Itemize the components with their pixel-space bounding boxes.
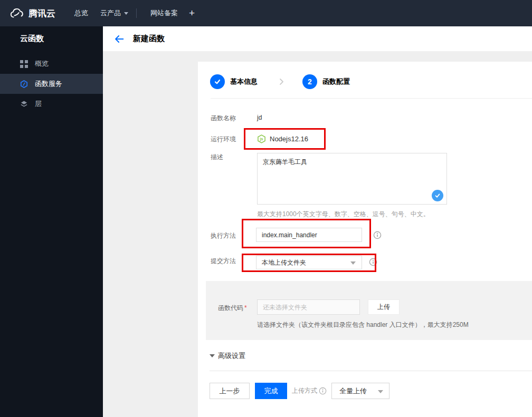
- step-2-label: 函数配置: [322, 77, 350, 86]
- check-icon: [214, 78, 221, 85]
- arrow-left-icon: [113, 33, 125, 45]
- runtime-label: 运行环境: [211, 135, 236, 144]
- add-shortcut-button[interactable]: +: [189, 0, 195, 26]
- sidebar-menu: 概览 函数服务 层: [0, 54, 103, 114]
- submit-method-label: 提交方法: [211, 257, 236, 266]
- topbar: 腾讯云 总览 云产品 网站备案 +: [0, 0, 532, 26]
- nav-separator: [136, 8, 137, 18]
- check-icon: [434, 192, 441, 199]
- nodejs-icon: js: [257, 134, 266, 143]
- upload-mode-value: 全量上传: [339, 386, 367, 396]
- finish-button[interactable]: 完成: [255, 383, 287, 399]
- chevron-down-icon: [350, 261, 356, 265]
- grid-icon: [20, 60, 28, 68]
- chevron-down-icon: [124, 12, 128, 15]
- sidebar-item-label: 概览: [35, 59, 49, 69]
- nav-products-label: 云产品: [100, 9, 121, 17]
- page-title: 新建函数: [133, 34, 165, 44]
- sidebar-item-layers[interactable]: 层: [0, 94, 103, 114]
- submit-method-select[interactable]: 本地上传文件夹: [256, 256, 362, 269]
- sidebar-title: 云函数: [20, 34, 44, 44]
- create-function-card: 基本信息 2 函数配置 函数名称 jd 运行环境 js Nodejs12.16: [198, 62, 532, 417]
- description-label: 描述: [211, 153, 223, 162]
- function-code-hint: 请选择文件夹（该文件夹根目录应包含 handler 入口文件），最大支持250M: [257, 321, 469, 329]
- brand-home-link[interactable]: 腾讯云: [10, 0, 55, 26]
- function-hexagon-icon: [20, 80, 28, 88]
- nav-products[interactable]: 云产品: [100, 0, 128, 26]
- upload-button[interactable]: 上传: [368, 299, 400, 315]
- triangle-down-icon: [210, 354, 215, 357]
- description-hint: 最大支持1000个英文字母、数字、空格、逗号、句号、中文。: [257, 210, 430, 219]
- previous-step-button[interactable]: 上一步: [210, 383, 250, 399]
- info-icon[interactable]: [319, 387, 327, 395]
- info-icon[interactable]: [369, 258, 377, 266]
- handler-label: 执行方法: [211, 231, 236, 240]
- function-code-label: 函数代码*: [218, 304, 247, 313]
- step-1-done-circle: [210, 74, 225, 89]
- sidebar: 云函数 概览: [0, 26, 103, 417]
- folder-path-input[interactable]: [257, 299, 360, 315]
- tencent-cloud-console: 腾讯云 总览 云产品 网站备案 + 云函数 概览: [0, 0, 532, 417]
- step-1-label: 基本信息: [230, 77, 258, 86]
- description-textarea[interactable]: 京东薅羊毛工具: [257, 153, 447, 205]
- stepper: 基本信息 2 函数配置: [210, 74, 350, 89]
- nav-overview[interactable]: 总览: [74, 0, 88, 26]
- handler-input[interactable]: [256, 228, 362, 242]
- sidebar-item-function-service[interactable]: 函数服务: [0, 74, 103, 94]
- info-icon[interactable]: [373, 231, 382, 239]
- runtime-value: js Nodejs12.16: [257, 131, 308, 146]
- advanced-settings-toggle[interactable]: 高级设置: [210, 351, 245, 361]
- function-name-label: 函数名称: [211, 114, 236, 123]
- advanced-settings-label: 高级设置: [218, 351, 245, 361]
- stepper-divider: [211, 98, 532, 99]
- svg-text:js: js: [260, 137, 263, 141]
- footer-divider: [210, 371, 532, 371]
- sidebar-item-overview[interactable]: 概览: [0, 54, 103, 74]
- layers-icon: [20, 100, 28, 108]
- nav-icp-filing[interactable]: 网站备案: [150, 0, 178, 26]
- sidebar-item-label: 函数服务: [35, 79, 62, 89]
- back-button[interactable]: [113, 33, 125, 45]
- tencent-cloud-logo-icon: [10, 8, 24, 18]
- runtime-value-text: Nodejs12.16: [270, 135, 308, 143]
- chevron-down-icon: [378, 390, 383, 393]
- chevron-right-icon: [277, 77, 286, 86]
- submit-method-value: 本地上传文件夹: [262, 258, 306, 267]
- required-asterisk: *: [244, 304, 247, 312]
- step-2-circle: 2: [302, 74, 317, 89]
- brand-label: 腾讯云: [28, 7, 55, 20]
- function-name-value: jd: [257, 114, 262, 121]
- sidebar-item-label: 层: [35, 99, 42, 109]
- page-header: 新建函数: [103, 26, 532, 51]
- upload-mode-select[interactable]: 全量上传: [331, 383, 390, 399]
- valid-check-badge: [432, 190, 443, 201]
- upload-mode-label: 上传方式: [292, 386, 327, 395]
